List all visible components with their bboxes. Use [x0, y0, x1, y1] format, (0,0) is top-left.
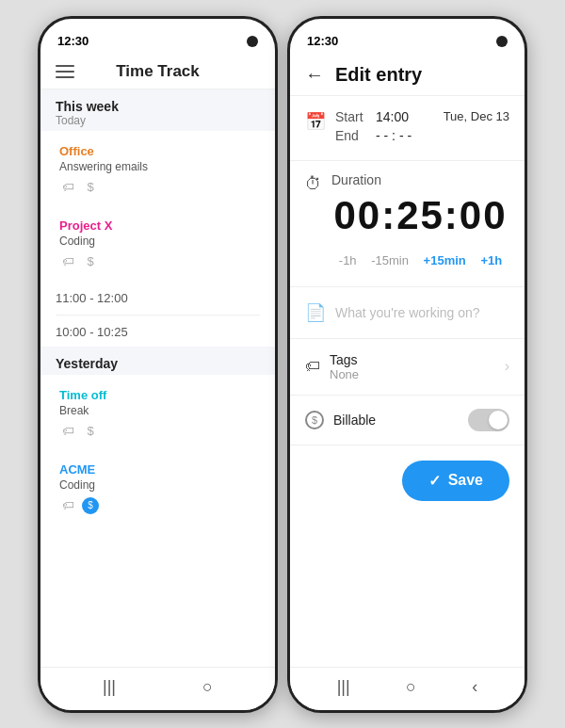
plus-1h-button[interactable]: +1h: [475, 250, 508, 271]
tag-icon-4: 🏷: [59, 497, 76, 514]
calendar-icon: 📅: [305, 111, 326, 132]
nav-home-icon[interactable]: ○: [202, 677, 213, 697]
timeoff-project: Time off: [59, 388, 256, 402]
tag-icon-2: 🏷: [59, 253, 76, 270]
save-area: ✓ Save: [290, 445, 525, 516]
tags-icon: 🏷: [305, 358, 320, 375]
edit-title: Edit entry: [335, 64, 422, 86]
start-label: Start: [335, 109, 368, 124]
hamburger-menu[interactable]: [56, 65, 74, 78]
end-label: End: [335, 128, 368, 143]
entry-office[interactable]: Office Answering emails 🏷 $: [48, 135, 267, 205]
today-subtitle: Today: [56, 114, 260, 127]
yesterday-title: Yesterday: [56, 356, 260, 371]
left-bottom-bar: ||| ○: [40, 667, 275, 710]
end-value[interactable]: - - : - -: [376, 128, 412, 143]
acme-icons: 🏷 $: [59, 497, 256, 514]
description-placeholder: What you're working on?: [335, 305, 480, 320]
app-header: Time Track: [40, 55, 275, 89]
time-fields: Start 14:00 Tue, Dec 13 End - - : - -: [335, 109, 509, 147]
tags-value: None: [330, 367, 495, 381]
acme-desc: Coding: [59, 478, 256, 492]
time-section: 📅 Start 14:00 Tue, Dec 13 End - - : - -: [290, 96, 525, 161]
timeoff-desc: Break: [59, 404, 256, 417]
acme-project: ACME: [59, 462, 256, 477]
divider-1: [56, 315, 260, 315]
minus-1h-button[interactable]: -1h: [333, 250, 363, 271]
left-notch: 12:30: [40, 19, 275, 55]
left-camera: [247, 36, 258, 47]
right-content: ← Edit entry 📅 Start 14:00 Tue, Dec 13 E…: [290, 55, 525, 667]
duration-content: Duration 00:25:00 -1h -15min +15min +1h: [331, 172, 509, 275]
back-button[interactable]: ←: [305, 64, 324, 86]
entry-timeoff[interactable]: Time off Break 🏷 $: [48, 379, 267, 449]
duration-display: 00:25:00: [331, 193, 509, 238]
start-value[interactable]: 14:00: [376, 109, 409, 124]
tags-content: Tags None: [330, 352, 495, 381]
office-icons: 🏷 $: [59, 179, 256, 196]
right-nav-home[interactable]: ○: [406, 677, 416, 697]
section-this-week: This week Today: [40, 89, 275, 131]
time-entry-2[interactable]: 10:00 - 10:25: [40, 317, 275, 347]
description-section[interactable]: 📄 What you're working on?: [290, 287, 525, 339]
right-nav-back[interactable]: ‹: [472, 677, 477, 697]
billable-toggle[interactable]: [468, 409, 509, 431]
right-bottom-bar: ||| ○ ‹: [290, 667, 525, 710]
end-row: End - - : - -: [335, 128, 509, 143]
plus-15min-button[interactable]: +15min: [418, 250, 472, 271]
dollar-icon: $: [82, 179, 99, 196]
this-week-title: This week: [56, 99, 260, 114]
duration-controls: -1h -15min +15min +1h: [331, 246, 509, 275]
right-phone: 12:30 ← Edit entry 📅 Start 14:00 Tue, De…: [287, 16, 527, 713]
projectx-desc: Coding: [59, 235, 256, 248]
tags-chevron-icon: ›: [505, 358, 509, 375]
duration-section: ⏱ Duration 00:25:00 -1h -15min +15min +1…: [290, 161, 525, 287]
dollar-icon-2: $: [82, 253, 99, 270]
dollar-icon-4: $: [82, 497, 99, 514]
edit-body: 📅 Start 14:00 Tue, Dec 13 End - - : - -: [290, 96, 525, 667]
description-icon: 📄: [305, 302, 326, 323]
section-yesterday: Yesterday: [40, 347, 275, 375]
time-entry-1[interactable]: 11:00 - 12:00: [40, 283, 275, 313]
office-project: Office: [59, 144, 256, 158]
left-content: Time Track This week Today Office Answer…: [40, 55, 275, 667]
save-label: Save: [448, 472, 483, 489]
stopwatch-icon: ⏱: [305, 174, 322, 194]
tag-icon-3: 🏷: [59, 423, 76, 440]
right-nav-lines[interactable]: |||: [337, 677, 350, 697]
tags-label: Tags: [330, 352, 495, 367]
tag-icon: 🏷: [59, 179, 76, 196]
minus-15min-button[interactable]: -15min: [365, 250, 414, 271]
tags-section[interactable]: 🏷 Tags None ›: [290, 339, 525, 396]
save-button[interactable]: ✓ Save: [402, 461, 509, 501]
nav-lines-icon[interactable]: |||: [103, 677, 116, 697]
billable-dollar-icon: $: [305, 411, 324, 429]
dollar-icon-3: $: [82, 423, 99, 440]
date-value: Tue, Dec 13: [444, 109, 509, 123]
edit-header: ← Edit entry: [290, 55, 525, 96]
billable-label: Billable: [333, 413, 459, 428]
save-check-icon: ✓: [428, 472, 441, 490]
left-phone: 12:30 Time Track This week Today: [38, 16, 278, 713]
tracker-list: This week Today Office Answering emails …: [40, 89, 275, 667]
app-title: Time Track: [84, 62, 232, 81]
duration-label: Duration: [331, 172, 509, 187]
projectx-icons: 🏷 $: [59, 253, 256, 270]
timeoff-icons: 🏷 $: [59, 423, 256, 440]
entry-acme[interactable]: ACME Coding 🏷 $: [48, 453, 267, 524]
billable-section: $ Billable: [290, 396, 525, 445]
start-row: Start 14:00 Tue, Dec 13: [335, 109, 509, 124]
right-camera: [496, 36, 508, 47]
right-time: 12:30: [307, 34, 338, 48]
office-desc: Answering emails: [59, 160, 256, 173]
projectx-project: Project X: [59, 218, 256, 233]
right-notch: 12:30: [290, 19, 525, 55]
left-time: 12:30: [57, 34, 89, 48]
entry-projectx[interactable]: Project X Coding 🏷 $: [48, 209, 267, 280]
